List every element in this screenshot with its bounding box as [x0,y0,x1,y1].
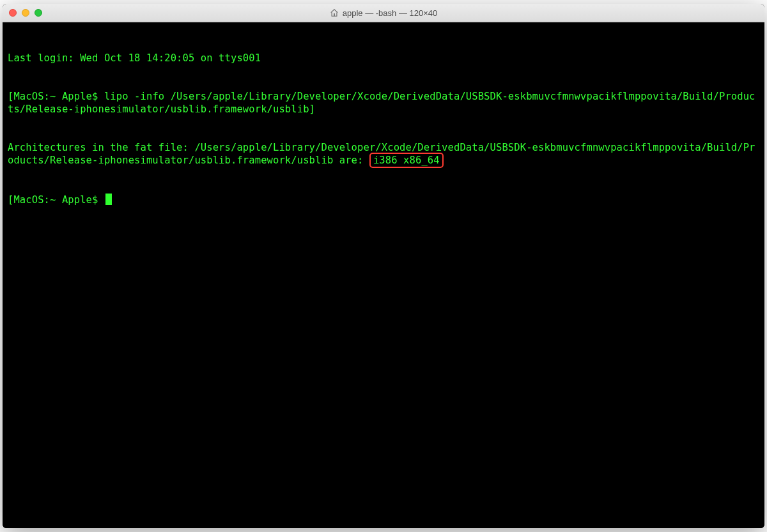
terminal-body[interactable]: Last login: Wed Oct 18 14:20:05 on ttys0… [3,22,764,528]
maximize-button[interactable] [35,9,42,17]
minimize-button[interactable] [22,9,29,17]
window-controls [9,9,42,17]
terminal-cursor[interactable] [105,194,112,205]
terminal-prompt: MacOS:~ Apple$ [13,194,104,206]
terminal-line-output1: Architectures in the fat file: /Users/ap… [8,141,759,168]
terminal-prompt: MacOS:~ Apple$ [13,91,104,102]
terminal-command: lipo -info /Users/apple/Library/Develope… [8,91,755,115]
window-title-wrap: apple — -bash — 120×40 [3,8,764,18]
home-icon [330,8,339,17]
svg-rect-0 [334,13,335,16]
terminal-window: apple — -bash — 120×40 Last login: Wed O… [3,4,764,528]
terminal-line-cmd1: [MacOS:~ Apple$ lipo -info /Users/apple/… [8,90,759,116]
terminal-line-login: Last login: Wed Oct 18 14:20:05 on ttys0… [8,52,759,65]
terminal-line-prompt2: [MacOS:~ Apple$ [8,194,759,206]
titlebar: apple — -bash — 120×40 [3,4,764,22]
highlighted-architectures: i386 x86_64 [369,153,444,168]
window-title: apple — -bash — 120×40 [343,8,438,18]
close-button[interactable] [9,9,17,17]
